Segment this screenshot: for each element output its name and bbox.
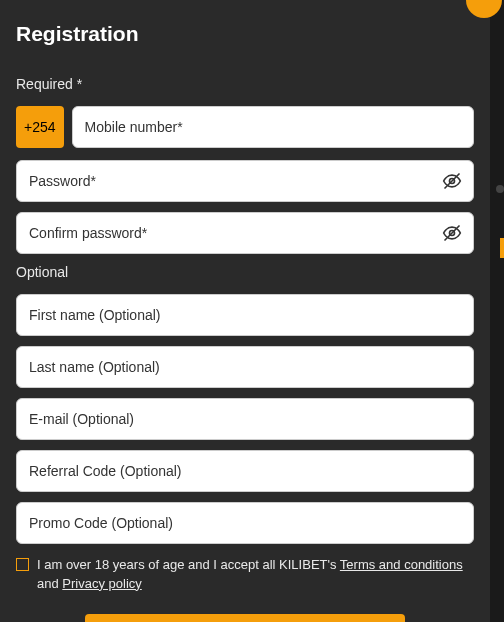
privacy-link[interactable]: Privacy policy xyxy=(62,576,141,591)
registration-modal: ✕ Registration Required * +254 Optional xyxy=(0,0,490,622)
right-accent-bar xyxy=(500,238,504,258)
age-consent-checkbox[interactable] xyxy=(16,558,29,571)
first-name-input[interactable] xyxy=(16,294,474,336)
background-strip xyxy=(490,0,504,622)
eye-off-icon[interactable] xyxy=(442,223,462,243)
promo-code-input[interactable] xyxy=(16,502,474,544)
mobile-number-input[interactable] xyxy=(72,106,474,148)
consent-text: I am over 18 years of age and I accept a… xyxy=(37,556,474,594)
last-name-input[interactable] xyxy=(16,346,474,388)
optional-label: Optional xyxy=(16,264,474,280)
email-input[interactable] xyxy=(16,398,474,440)
referral-code-input[interactable] xyxy=(16,450,474,492)
send-verification-button[interactable]: Send (SMS) Verification Code xyxy=(85,614,405,622)
page-title: Registration xyxy=(16,22,474,46)
consent-mid: and xyxy=(37,576,62,591)
phone-prefix[interactable]: +254 xyxy=(16,106,64,148)
confirm-password-input[interactable] xyxy=(16,212,474,254)
right-dot xyxy=(496,185,504,193)
password-input[interactable] xyxy=(16,160,474,202)
terms-link[interactable]: Terms and conditions xyxy=(340,557,463,572)
required-label: Required * xyxy=(16,76,474,92)
eye-off-icon[interactable] xyxy=(442,171,462,191)
consent-pre: I am over 18 years of age and I accept a… xyxy=(37,557,340,572)
